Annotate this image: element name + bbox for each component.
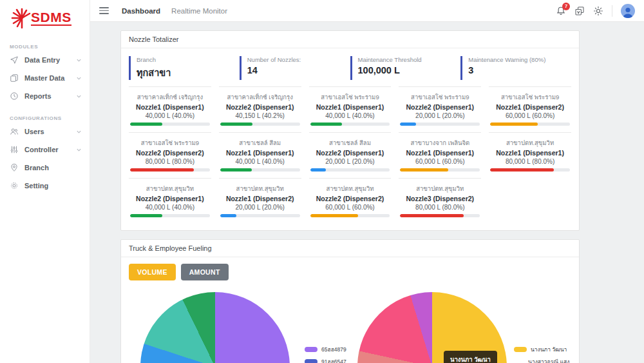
nozzle-progress-fill	[220, 214, 236, 217]
sidebar-item-label: Data Entry	[24, 56, 60, 64]
menu-toggle-icon[interactable]	[99, 7, 109, 14]
volume-button[interactable]: VOLUME	[129, 264, 176, 280]
nozzle-name: Nozzle1 (Dispenser2)	[490, 103, 570, 111]
nozzle-value: 80,000 L (80.0%)	[490, 158, 570, 165]
nozzle-progress-fill	[130, 168, 194, 172]
sidebar-item-controller[interactable]: Controller	[0, 141, 90, 159]
nozzle-progress-track	[490, 123, 570, 126]
nozzle-branch: สาขาปตท.สุขุมวิท	[310, 184, 390, 193]
legend-label: 65ฮฮ4879	[321, 345, 346, 354]
legend-item[interactable]: นางนภา วัฒนา	[514, 345, 571, 354]
sidebar-item-label: Setting	[24, 182, 48, 190]
nozzle-name: Nozzle2 (Dispenser2)	[130, 149, 210, 157]
legend-label: นางสาวอรุณี แสงเพชร	[528, 357, 571, 363]
nozzle-progress-track	[130, 214, 210, 217]
chevron-down-icon	[76, 93, 82, 99]
legend-item[interactable]: 65ฮฮ4879	[305, 345, 347, 354]
app-logo[interactable]: SDMS	[0, 0, 90, 34]
nozzle-branch: สาขาปตท.สุขุมวิท	[400, 184, 480, 193]
legend-label: 91ฮฮ6547	[321, 357, 346, 363]
person-icon	[621, 5, 635, 18]
nozzle-progress-track	[310, 168, 390, 172]
user-avatar[interactable]	[621, 4, 635, 18]
users-icon	[10, 127, 19, 136]
sidebar-item-label: Controller	[24, 146, 59, 153]
sidebar-section-label: CONFIGURATIONS	[10, 115, 90, 121]
nozzle-card: สาขาเอสโซ่ พระราม9Nozzle1 (Dispenser1)40…	[309, 86, 392, 132]
nozzle-value: 40,000 L (40.0%)	[310, 112, 390, 119]
nozzle-value: 40,000 L (40.0%)	[130, 112, 210, 119]
nozzle-name: Nozzle1 (Dispenser1)	[490, 149, 570, 157]
amount-button[interactable]: AMOUNT	[181, 264, 229, 280]
nozzle-progress-track	[310, 123, 390, 126]
nozzle-progress-fill	[130, 123, 162, 126]
sidebar-item-setting[interactable]: Setting	[0, 177, 90, 195]
truck-pie-chart[interactable]	[140, 292, 290, 363]
truck-pie-legend: 65ฮฮ487991ฮฮ654754ทน4784ฮน6713ษฮ3548	[305, 345, 347, 363]
language-button[interactable]	[574, 6, 585, 16]
nozzle-card: สาขาคาลเท็กซ์ เจริญกรุงNozzle1 (Dispense…	[129, 86, 211, 132]
nozzle-value: 80,000 L (80.0%)	[130, 158, 210, 165]
nozzle-name: Nozzle2 (Dispenser1)	[400, 103, 480, 111]
nozzle-branch: สาขาคาลเท็กซ์ เจริญกรุง	[130, 92, 210, 102]
legend-item[interactable]: 91ฮฮ6547	[305, 357, 347, 363]
nozzle-card: สาขาเอสโซ่ พระราม9Nozzle2 (Dispenser1)20…	[399, 86, 481, 132]
stat-maintenance-warning: Maintenance Warning (80%) 3	[460, 56, 571, 80]
theme-sun-icon	[593, 6, 603, 16]
nozzle-name: Nozzle1 (Dispenser1)	[310, 103, 390, 111]
nozzle-name: Nozzle3 (Dispenser2)	[400, 195, 480, 202]
logo-text: SDMS	[31, 10, 71, 26]
tab-realtime-monitor[interactable]: Realtime Monitor	[171, 7, 227, 15]
nozzle-value: 20,000 L (20.0%)	[310, 158, 390, 165]
chevron-down-icon	[76, 75, 82, 81]
legend-item[interactable]: นางสาวอรุณี แสงเพชร	[514, 357, 571, 363]
nozzle-card: สาขาเอสโซ่ พระราม9Nozzle1 (Dispenser2)60…	[489, 86, 571, 132]
nozzle-value: 40,000 L (40.0%)	[220, 158, 300, 165]
nozzle-branch: สาขาคาลเท็กซ์ เจริญกรุง	[220, 92, 300, 102]
nozzle-branch: สาขาเอสโซ่ พระราม9	[310, 92, 390, 102]
nozzle-branch: สาขาเอสโซ่ พระราม9	[130, 138, 210, 148]
legend-label: นางนภา วัฒนา	[531, 345, 567, 354]
nozzle-card: สาขาเชลล์ สีลมNozzle2 (Dispenser1)20,000…	[309, 132, 392, 178]
nozzle-name: Nozzle2 (Dispenser2)	[310, 195, 390, 202]
nozzle-value: 60,000 L (60.0%)	[310, 204, 390, 211]
nozzle-branch: สาขาปตท.สุขุมวิท	[490, 138, 570, 148]
notifications-button[interactable]: 7	[556, 6, 566, 16]
nozzle-card: สาขาปตท.สุขุมวิทNozzle2 (Dispenser2)60,0…	[309, 178, 392, 224]
stat-nozzle-count: Number of Nozzles: 14	[240, 56, 350, 80]
nozzle-progress-fill	[310, 214, 358, 217]
sidebar-item-reports[interactable]: Reports	[0, 87, 90, 105]
nozzle-progress-track	[220, 123, 300, 126]
nozzle-card: สาขาปตท.สุขุมวิทNozzle1 (Dispenser2)20,0…	[219, 178, 301, 224]
nozzle-name: Nozzle1 (Dispenser2)	[220, 195, 300, 202]
chevron-down-icon	[76, 147, 82, 153]
sidebar: SDMS MODULESData EntryMaster DataReports…	[0, 0, 90, 363]
sidebar-item-label: Master Data	[24, 74, 64, 82]
nozzle-progress-track	[130, 123, 210, 126]
theme-toggle-button[interactable]	[593, 6, 603, 16]
nozzle-branch: สาขาปตท.สุขุมวิท	[220, 184, 300, 193]
sidebar-item-branch[interactable]: Branch	[0, 159, 90, 177]
nozzle-grid: สาขาคาลเท็กซ์ เจริญกรุงNozzle1 (Dispense…	[121, 86, 579, 230]
gear-icon	[10, 181, 19, 190]
topbar-tabs: Dashboard Realtime Monitor	[122, 7, 227, 15]
nozzle-card: สาขาปตท.สุขุมวิทNozzle1 (Dispenser1)80,0…	[489, 132, 571, 178]
employee-pie-legend: นางนภา วัฒนานางสาวอรุณี แสงเพชรนายประเสร…	[514, 345, 571, 363]
tooltip-label: นางนภา วัฒนา	[450, 355, 491, 363]
stat-maintenance-threshold: Maintenance Threshold 100,000 L	[350, 56, 461, 80]
tab-dashboard[interactable]: Dashboard	[122, 7, 160, 15]
chevron-down-icon	[76, 129, 82, 135]
nozzle-branch: สาขาเชลล์ สีลม	[310, 138, 390, 148]
sidebar-item-users[interactable]: Users	[0, 123, 90, 141]
nozzle-value: 80,000 L (80.0%)	[400, 204, 480, 211]
translate-icon	[574, 6, 585, 16]
fueling-title: Truck & Employee Fueling	[121, 240, 579, 257]
notification-badge: 7	[562, 3, 570, 10]
nozzle-progress-fill	[400, 123, 416, 126]
sidebar-item-master-data[interactable]: Master Data	[0, 69, 90, 87]
nozzle-value: 40,000 L (40.0%)	[130, 204, 210, 211]
sidebar-item-data-entry[interactable]: Data Entry	[0, 51, 90, 69]
nozzle-progress-track	[400, 123, 480, 126]
nozzle-progress-track	[400, 168, 480, 172]
fueling-charts: 65ฮฮ487991ฮฮ654754ทน4784ฮน6713ษฮ3548 นาง…	[129, 286, 571, 363]
